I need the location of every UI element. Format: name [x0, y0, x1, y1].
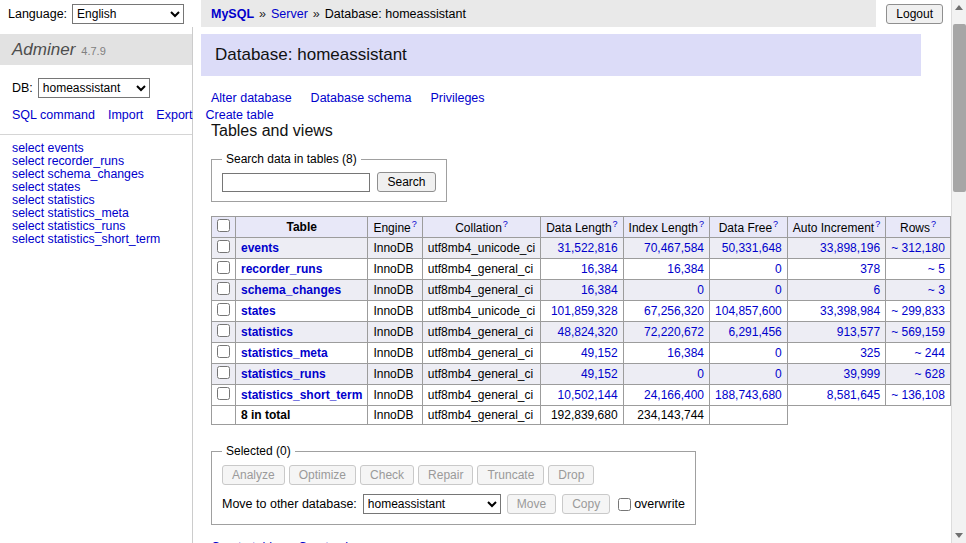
search-legend: Search data in tables (8) [222, 152, 361, 166]
table-link-schema-changes[interactable]: schema_changes [241, 283, 341, 297]
help-icon[interactable]: ? [699, 219, 704, 229]
sidebar-action-sql-command[interactable]: SQL command [12, 108, 95, 122]
sidebar-link-select-statistics[interactable]: select statistics [12, 194, 180, 207]
cell-engine: InnoDB [368, 301, 422, 322]
select-all-checkbox[interactable] [217, 219, 230, 232]
cell-collation: utf8mb4_general_ci [422, 280, 540, 301]
cell-data-length: 48,824,320 [541, 322, 623, 343]
scrollbar-down-arrow-icon[interactable] [952, 528, 966, 543]
column-header-data-free: Data Free? [710, 217, 788, 238]
search-input[interactable] [222, 173, 370, 192]
search-button[interactable]: Search [377, 172, 435, 192]
row-checkbox-schema-changes[interactable] [217, 282, 230, 295]
table-row-statistics-meta: statistics_metaInnoDButf8mb4_general_ci4… [212, 343, 966, 364]
table-link-statistics[interactable]: statistics [241, 325, 293, 339]
link-alter-database[interactable]: Alter database [211, 91, 292, 105]
cell-auto-increment: 33,898,196 [787, 238, 885, 259]
table-link-statistics-short-term[interactable]: statistics_short_term [241, 388, 362, 402]
cell-auto-increment: 8,581,645 [787, 385, 885, 406]
link-privileges[interactable]: Privileges [430, 91, 484, 105]
help-icon[interactable]: ? [613, 219, 618, 229]
sidebar-action-export[interactable]: Export [156, 108, 192, 122]
drop-button[interactable]: Drop [548, 465, 594, 485]
sidebar-link-select-statistics-meta[interactable]: select statistics_meta [12, 207, 180, 220]
truncate-button[interactable]: Truncate [477, 465, 544, 485]
row-check-cell [212, 322, 236, 343]
cell-data-length: 101,859,328 [541, 301, 623, 322]
move-button[interactable]: Move [507, 494, 556, 514]
help-icon[interactable]: ? [875, 219, 880, 229]
row-checkbox-events[interactable] [217, 240, 230, 253]
cell-data-length: 31,522,816 [541, 238, 623, 259]
scrollbar-thumb[interactable] [953, 24, 966, 192]
sidebar-link-select-statistics-short-term[interactable]: select statistics_short_term [12, 233, 180, 246]
language-select[interactable]: English [72, 4, 184, 24]
check-button[interactable]: Check [360, 465, 414, 485]
optimize-button[interactable]: Optimize [289, 465, 356, 485]
help-icon[interactable]: ? [503, 219, 508, 229]
scrollbar[interactable] [951, 0, 966, 543]
cell-index-length: 67,256,320 [623, 301, 709, 322]
row-checkbox-statistics-runs[interactable] [217, 366, 230, 379]
repair-button[interactable]: Repair [418, 465, 473, 485]
help-icon[interactable]: ? [412, 219, 417, 229]
help-icon[interactable]: ? [931, 219, 936, 229]
cell-engine: InnoDB [368, 259, 422, 280]
cell-data-length: 49,152 [541, 364, 623, 385]
breadcrumb-link-mysql[interactable]: MySQL [211, 7, 254, 21]
cell-data-free: 0 [710, 280, 788, 301]
cell-data-free: 0 [710, 343, 788, 364]
table-name-cell: statistics [236, 322, 368, 343]
copy-button[interactable]: Copy [562, 494, 610, 514]
cell-collation: utf8mb4_general_ci [422, 385, 540, 406]
overwrite-option: overwrite [618, 497, 685, 511]
cell-index-length: 72,220,672 [623, 322, 709, 343]
row-checkbox-recorder-runs[interactable] [217, 261, 230, 274]
breadcrumb-link-server[interactable]: Server [271, 7, 308, 21]
sidebar-link-select-statistics-runs[interactable]: select statistics_runs [12, 220, 180, 233]
cell-collation: utf8mb4_general_ci [422, 364, 540, 385]
table-row-events: eventsInnoDButf8mb4_unicode_ci31,522,816… [212, 238, 966, 259]
row-checkbox-statistics-short-term[interactable] [217, 387, 230, 400]
table-name-cell: events [236, 238, 368, 259]
row-check-cell [212, 364, 236, 385]
cell-auto-increment: 39,999 [787, 364, 885, 385]
column-header-table: Table [236, 217, 368, 238]
table-row-statistics-runs: statistics_runsInnoDButf8mb4_general_ci4… [212, 364, 966, 385]
link-database-schema[interactable]: Database schema [311, 91, 412, 105]
db-select[interactable]: homeassistant [38, 78, 150, 98]
row-checkbox-statistics-meta[interactable] [217, 345, 230, 358]
db-content: Alter databaseDatabase schemaPrivileges … [211, 91, 921, 543]
cell-engine: InnoDB [368, 343, 422, 364]
logout-button[interactable]: Logout [886, 4, 943, 24]
sidebar-action-import[interactable]: Import [108, 108, 143, 122]
cell-collation: utf8mb4_general_ci [422, 259, 540, 280]
table-link-recorder-runs[interactable]: recorder_runs [241, 262, 322, 276]
cell-rows: ~ 5 [886, 259, 951, 280]
section-tables-and-views: Tables and views [211, 122, 921, 140]
analyze-button[interactable]: Analyze [222, 465, 285, 485]
cell-rows: ~ 136,108 [886, 385, 951, 406]
row-checkbox-statistics[interactable] [217, 324, 230, 337]
breadcrumb-separator: » [259, 7, 266, 21]
row-checkbox-states[interactable] [217, 303, 230, 316]
move-row: Move to other database: homeassistant Mo… [222, 494, 685, 514]
scrollbar-up-arrow-icon[interactable] [952, 0, 966, 15]
cell-index-length: 16,384 [623, 343, 709, 364]
table-link-events[interactable]: events [241, 241, 279, 255]
selected-buttons-row: AnalyzeOptimizeCheckRepairTruncateDrop [222, 465, 685, 485]
table-name-cell: states [236, 301, 368, 322]
table-link-statistics-runs[interactable]: statistics_runs [241, 367, 326, 381]
help-icon[interactable]: ? [773, 219, 778, 229]
table-row-recorder-runs: recorder_runsInnoDButf8mb4_general_ci16,… [212, 259, 966, 280]
total-index-length-cell: 234,143,744 [623, 406, 709, 425]
tables-overview-table: TableEngine?Collation?Data Length?Index … [211, 216, 966, 425]
cell-index-length: 0 [623, 364, 709, 385]
move-db-select[interactable]: homeassistant [363, 494, 501, 514]
table-link-statistics-meta[interactable]: statistics_meta [241, 346, 328, 360]
cell-auto-increment: 913,577 [787, 322, 885, 343]
sidebar-divider [0, 134, 192, 135]
move-label: Move to other database: [222, 497, 357, 511]
overwrite-checkbox[interactable] [618, 498, 631, 511]
table-link-states[interactable]: states [241, 304, 276, 318]
